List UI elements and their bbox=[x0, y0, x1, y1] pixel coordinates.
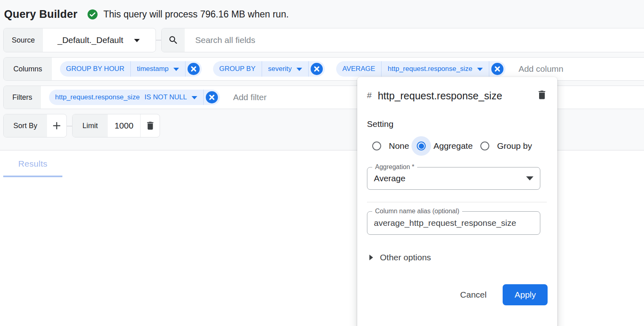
radio-aggregate[interactable]: Aggregate bbox=[412, 136, 475, 156]
chip-prefix: GROUP BY HOUR bbox=[66, 65, 124, 73]
setting-heading: Setting bbox=[367, 119, 548, 129]
chip-prefix: GROUP BY bbox=[219, 65, 255, 73]
aggregation-field-label: Aggregation * bbox=[372, 163, 417, 171]
setting-radio-group: None Aggregate Group by bbox=[367, 136, 548, 156]
chip-field-segment[interactable]: severity bbox=[262, 61, 309, 77]
chip-separator bbox=[203, 90, 204, 105]
radio-halo bbox=[475, 136, 495, 156]
chip-separator bbox=[185, 61, 186, 77]
alias-field-label: Column name alias (optional) bbox=[372, 208, 462, 215]
chip-separator bbox=[308, 61, 309, 77]
radio-halo bbox=[412, 136, 431, 156]
columns-label: Columns bbox=[4, 58, 52, 80]
delete-column-button[interactable] bbox=[536, 89, 548, 101]
chip-aggregation-segment[interactable]: AVERAGE bbox=[336, 61, 381, 77]
chevron-down-icon bbox=[173, 68, 179, 71]
remove-chip-button[interactable] bbox=[188, 63, 200, 75]
popup-header: # http_request.response_size bbox=[367, 88, 548, 104]
add-column-input[interactable]: Add column bbox=[518, 64, 563, 74]
chip-field-segment[interactable]: http_request.response_size bbox=[382, 61, 489, 77]
row-connector bbox=[67, 126, 72, 127]
chevron-down-icon bbox=[192, 96, 197, 99]
chip-separator bbox=[489, 61, 489, 77]
add-sort-button[interactable] bbox=[47, 114, 66, 137]
radio-label: None bbox=[389, 141, 409, 151]
radio-circle bbox=[480, 142, 489, 150]
search-input[interactable] bbox=[185, 28, 644, 52]
radio-circle bbox=[417, 142, 426, 150]
alias-input[interactable] bbox=[374, 218, 533, 228]
remove-chip-button[interactable] bbox=[206, 91, 218, 103]
column-settings-popup: # http_request.response_size Setting Non… bbox=[357, 77, 557, 326]
cancel-button[interactable]: Cancel bbox=[453, 285, 494, 305]
plus-icon bbox=[51, 120, 63, 132]
sort-by-label: Sort By bbox=[4, 114, 47, 137]
numeric-type-icon: # bbox=[367, 90, 372, 100]
source-row: Source _Default._Default bbox=[3, 28, 156, 52]
chevron-down-icon bbox=[134, 39, 140, 42]
dropdown-arrow-icon bbox=[526, 176, 533, 180]
trash-icon bbox=[145, 120, 156, 131]
chip-field: http_request.response_size bbox=[388, 65, 472, 73]
radio-selected-dot bbox=[419, 144, 424, 149]
chevron-down-icon bbox=[296, 68, 302, 71]
chevron-down-icon bbox=[477, 68, 483, 71]
chip-field: severity bbox=[268, 65, 292, 73]
results-tab-label: Results bbox=[18, 159, 47, 169]
radio-halo bbox=[367, 136, 386, 156]
column-alias-field: Column name alias (optional) bbox=[367, 211, 540, 235]
delete-limit-button[interactable] bbox=[141, 114, 160, 137]
source-dropdown[interactable]: _Default._Default bbox=[43, 28, 140, 52]
chip-field: http_request.response_size bbox=[55, 93, 140, 101]
expand-right-icon bbox=[369, 255, 373, 260]
remove-chip-button[interactable] bbox=[491, 63, 503, 75]
radio-none[interactable]: None bbox=[367, 136, 412, 156]
radio-group-by[interactable]: Group by bbox=[475, 136, 534, 156]
check-circle-icon bbox=[87, 9, 98, 20]
column-chip-response-size: AVERAGE http_request.response_size bbox=[336, 61, 505, 77]
tab-results[interactable]: Results bbox=[3, 150, 62, 177]
remove-chip-button[interactable] bbox=[311, 63, 323, 75]
page-title: Query Builder bbox=[4, 8, 77, 21]
apply-button[interactable]: Apply bbox=[503, 284, 548, 305]
active-tab-indicator bbox=[3, 176, 62, 177]
other-options-label: Other options bbox=[380, 253, 431, 262]
sort-by-row: Sort By bbox=[3, 114, 67, 137]
chip-filter-segment[interactable]: http_request.response_size IS NOT NULL bbox=[49, 90, 203, 105]
popup-footer: Cancel Apply bbox=[367, 284, 548, 305]
chip-aggregation-segment[interactable]: GROUP BY bbox=[213, 61, 261, 77]
popup-title: http_request.response_size bbox=[378, 88, 524, 104]
filter-chip-response-size: http_request.response_size IS NOT NULL bbox=[49, 90, 220, 105]
add-filter-input[interactable]: Add filter bbox=[233, 92, 267, 102]
query-status-message: This query will process 796.16 MB when r… bbox=[103, 9, 289, 20]
other-options-toggle[interactable]: Other options bbox=[367, 253, 548, 262]
source-dropdown-value: _Default._Default bbox=[58, 35, 123, 45]
aggregation-value: Average bbox=[374, 174, 405, 183]
search-bar bbox=[161, 28, 644, 52]
chip-field: timestamp bbox=[137, 65, 168, 73]
chip-aggregation-segment[interactable]: GROUP BY HOUR bbox=[60, 61, 130, 77]
row-connector bbox=[156, 40, 161, 41]
column-chip-timestamp: GROUP BY HOUR timestamp bbox=[60, 61, 202, 77]
column-chip-severity: GROUP BY severity bbox=[213, 61, 325, 77]
radio-label: Group by bbox=[497, 141, 532, 151]
limit-row: Limit 1000 bbox=[72, 114, 160, 137]
popup-divider bbox=[367, 202, 547, 202]
chip-field-segment[interactable]: timestamp bbox=[131, 61, 185, 77]
filters-chip-area: http_request.response_size IS NOT NULL A… bbox=[41, 86, 267, 109]
chip-operator: IS NOT NULL bbox=[145, 93, 187, 101]
source-label: Source bbox=[4, 28, 43, 52]
search-icon bbox=[168, 35, 179, 45]
radio-label: Aggregate bbox=[433, 141, 473, 151]
limit-label: Limit bbox=[73, 114, 108, 137]
radio-circle bbox=[372, 142, 381, 150]
limit-value[interactable]: 1000 bbox=[108, 114, 140, 137]
search-icon-cell bbox=[162, 28, 185, 52]
filters-label: Filters bbox=[4, 86, 41, 109]
chip-prefix: AVERAGE bbox=[342, 65, 375, 73]
page-header: Query Builder This query will process 79… bbox=[4, 8, 289, 21]
aggregation-select[interactable]: Aggregation * Average bbox=[367, 167, 540, 190]
